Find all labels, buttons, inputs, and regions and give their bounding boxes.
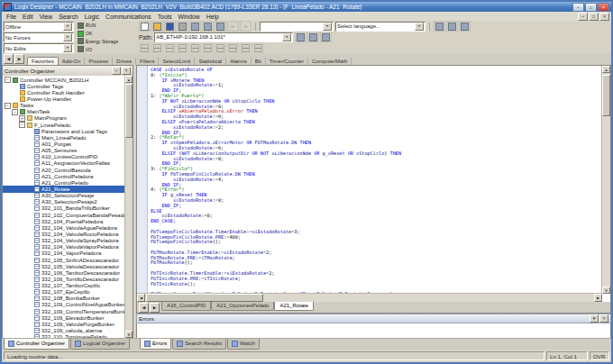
minus-expander-icon[interactable]: −: [19, 122, 25, 128]
tree-item[interactable]: Controller Fault Handler: [3, 89, 125, 96]
tree-item[interactable]: 332_104_VaporPeladora: [3, 250, 125, 257]
scroll-up-icon[interactable]: ▲: [125, 76, 133, 83]
editor-vscrollbar[interactable]: ▲ ▼: [601, 66, 610, 294]
upload-icon[interactable]: [307, 32, 319, 42]
paste-icon[interactable]: [215, 21, 226, 32]
palette-tab-process[interactable]: Process: [85, 58, 113, 65]
palette-tab-compute-math[interactable]: Compute/Math: [308, 58, 352, 65]
chevron-down-icon[interactable]: ▼: [63, 23, 72, 31]
tree-item[interactable]: A30_SeleccionPesaje: [3, 193, 125, 199]
organizer-tab-logical-organizer[interactable]: Logical Organizer: [70, 339, 130, 350]
tree-item[interactable]: 332_104_PuertaPeladora: [3, 218, 125, 224]
tree-item[interactable]: −F_LineaPelado: [3, 122, 125, 128]
branch-icon[interactable]: [151, 42, 163, 53]
tree-item[interactable]: Parameters and Local Tags: [3, 128, 125, 134]
properties-icon[interactable]: [459, 21, 471, 32]
tree-item[interactable]: A21_ControlPeladora: [3, 173, 125, 179]
print-icon[interactable]: [177, 21, 188, 32]
tree-item[interactable]: A01_Purgas: [3, 141, 125, 147]
results-tab-watch[interactable]: Watch: [227, 339, 260, 350]
ctu-icon[interactable]: [252, 42, 264, 53]
palette-tab-bit[interactable]: Bit: [252, 58, 266, 65]
scroll-up-icon[interactable]: ▲: [602, 66, 610, 73]
organizer-tab-controller-organizer[interactable]: Controller Organizer: [4, 339, 69, 350]
child-minimize-icon[interactable]: –: [578, 13, 588, 21]
menu-search[interactable]: Search: [56, 14, 81, 20]
download-icon[interactable]: [320, 32, 332, 42]
tree-item[interactable]: 332_108_BombaBunker: [3, 296, 125, 302]
tree-item[interactable]: 332_104_ValvulaAguaPeladora: [3, 224, 125, 231]
path-combo[interactable]: AB_ETHIP-1\192.168.1.101* ▼: [154, 32, 293, 42]
quick-find-combo[interactable]: ▼: [260, 22, 334, 32]
who-active-icon[interactable]: [295, 32, 306, 42]
rung-icon[interactable]: [139, 42, 151, 53]
palette-tab-alarms[interactable]: Alarms: [226, 58, 252, 65]
maximize-icon[interactable]: □: [585, 3, 597, 12]
palette-tab-add-on[interactable]: Add-On: [59, 58, 86, 65]
tree-item[interactable]: A10_LimitesControlPID: [3, 154, 125, 160]
results-tab-search-results[interactable]: Search Results: [172, 339, 226, 350]
palette-tab-timer-counter[interactable]: Timer/Counter: [266, 58, 308, 65]
pin-icon[interactable]: ▪: [112, 67, 121, 75]
scroll-down-icon[interactable]: ▼: [602, 287, 610, 294]
tree-item[interactable]: A21_ControlPelado: [3, 179, 125, 186]
plus-expander-icon[interactable]: +: [19, 115, 25, 122]
tree-item[interactable]: Main_LineaPelado: [3, 134, 125, 141]
tree-item[interactable]: 332_109_ControlNivelAguaBunker: [3, 302, 125, 308]
menu-help[interactable]: Help: [204, 14, 222, 20]
tree-item[interactable]: +MainProgram: [3, 115, 125, 122]
forces-dropdown[interactable]: No Forces ▼: [4, 32, 74, 42]
tree-item[interactable]: 332_107_EjeCepillo: [3, 289, 125, 296]
tree-item[interactable]: 332_109_ValvulaPurgaBunker: [3, 321, 125, 327]
close-icon[interactable]: ×: [122, 67, 131, 75]
scrollbar-thumb[interactable]: [602, 75, 610, 116]
close-icon[interactable]: ×: [599, 314, 608, 323]
tree-item[interactable]: A11_AsignacionVectorFallas: [3, 160, 125, 167]
tree-item[interactable]: A20_ControlBascula: [3, 167, 125, 173]
scroll-left-icon[interactable]: ◀: [137, 294, 145, 302]
cut-icon[interactable]: [189, 21, 201, 32]
tree-item[interactable]: Controller Tags: [3, 83, 125, 89]
xio-icon[interactable]: [189, 42, 201, 53]
chevron-down-icon[interactable]: ▼: [63, 33, 72, 41]
ote-icon[interactable]: [202, 42, 214, 53]
edits-dropdown[interactable]: No Edits ▼: [4, 43, 74, 53]
editor-tab-A16_ControlPID[interactable]: A16_ControlPID: [161, 302, 211, 311]
undo-icon[interactable]: ←: [227, 21, 239, 32]
scrollbar-thumb[interactable]: [146, 294, 263, 302]
chevron-down-icon[interactable]: ▼: [415, 23, 424, 31]
chevron-down-icon[interactable]: ▼: [63, 44, 72, 52]
tree-item[interactable]: 332_109_ElevadorBunker: [3, 314, 125, 321]
search-icon[interactable]: [434, 21, 445, 32]
menu-tools[interactable]: Tools: [155, 14, 175, 20]
ton-icon[interactable]: [240, 42, 252, 53]
palette-tab-statistical[interactable]: Statistical: [195, 58, 226, 65]
tree-item[interactable]: Power-Up Handler: [3, 96, 125, 102]
tree-item[interactable]: 332_104_ValvulaRocioPeladora: [3, 231, 125, 237]
tree-item[interactable]: 332_106_TornilloDescascarador: [3, 276, 125, 282]
results-tab-errors[interactable]: Errors: [140, 339, 171, 350]
chevron-down-icon[interactable]: ▼: [323, 23, 332, 31]
tree-item[interactable]: 332_104_ValvulaVaporPeladora: [3, 244, 125, 250]
tree-item[interactable]: A30_SeleccionPesaje2: [3, 199, 125, 205]
tree-item[interactable]: −Controller MCCAIN_B202LH: [3, 77, 125, 83]
chevron-down-icon[interactable]: ▼: [282, 33, 291, 41]
palette-scroll-left-icon[interactable]: ◀: [4, 54, 14, 64]
tree-item[interactable]: 332_109_valvula_alarma: [3, 327, 125, 333]
palette-tab-drives[interactable]: Drives: [113, 58, 136, 65]
redo-icon[interactable]: →: [240, 21, 252, 32]
menu-window[interactable]: Window: [176, 14, 203, 20]
tree-item[interactable]: 332_101_BandaTrilloBunker: [3, 205, 125, 212]
child-restore-icon[interactable]: □: [589, 13, 599, 21]
branch-level-icon[interactable]: [164, 42, 176, 53]
mode-dropdown[interactable]: Offline ▼: [4, 22, 74, 32]
tree-item[interactable]: −MainTask: [3, 109, 125, 115]
errors-list[interactable]: [136, 323, 611, 339]
verify-icon[interactable]: [446, 21, 458, 32]
tree-item[interactable]: A21_Rotate: [3, 186, 125, 192]
tree-item[interactable]: 332_109_ControlTemperaturaBunker: [3, 308, 125, 314]
minus-expander-icon[interactable]: −: [12, 109, 18, 115]
editor-tab-A21_Rotate[interactable]: A21_Rotate: [274, 302, 314, 311]
menu-logic[interactable]: Logic: [82, 14, 102, 20]
language-combo[interactable]: Select language... ▼: [335, 22, 425, 32]
